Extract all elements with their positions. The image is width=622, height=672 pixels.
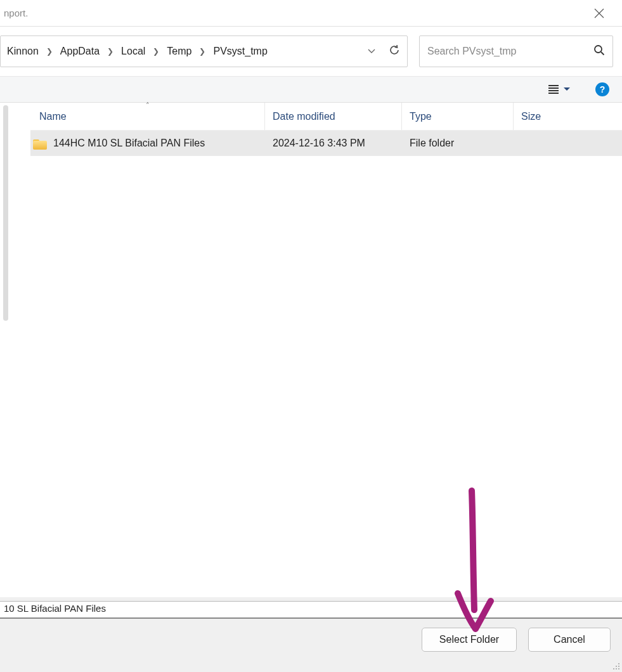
- address-history-dropdown[interactable]: [363, 47, 380, 56]
- title-text-fragment: nport.: [4, 8, 28, 18]
- column-header-type[interactable]: Type: [402, 103, 514, 130]
- chevron-right-icon[interactable]: ❯: [103, 47, 117, 56]
- button-label: Cancel: [554, 634, 585, 645]
- chevron-right-icon[interactable]: ❯: [42, 47, 56, 56]
- refresh-button[interactable]: [380, 44, 402, 60]
- column-label: Type: [410, 111, 432, 122]
- scrollbar-track[interactable]: [3, 105, 8, 321]
- address-row: Kinnon ❯ AppData ❯ Local ❯ Temp ❯ PVsyst…: [0, 27, 622, 76]
- column-label: Name: [39, 111, 67, 122]
- column-header-date[interactable]: Date modified: [265, 103, 402, 130]
- breadcrumb-item[interactable]: PVsyst_tmp: [212, 43, 268, 60]
- chevron-down-icon: [564, 87, 570, 91]
- column-headers: ˄ Name Date modified Type Size: [30, 103, 622, 131]
- breadcrumb-item[interactable]: AppData: [59, 43, 101, 60]
- cell-type: File folder: [402, 138, 514, 149]
- resize-grip[interactable]: [612, 662, 621, 671]
- close-button[interactable]: [586, 1, 612, 26]
- address-bar[interactable]: Kinnon ❯ AppData ❯ Local ❯ Temp ❯ PVsyst…: [0, 36, 408, 67]
- titlebar: nport.: [0, 0, 622, 27]
- toolbar: ?: [0, 76, 622, 103]
- search-box[interactable]: [419, 36, 613, 67]
- breadcrumb: Kinnon ❯ AppData ❯ Local ❯ Temp ❯ PVsyst…: [6, 43, 363, 60]
- column-label: Date modified: [273, 111, 335, 122]
- button-label: Select Folder: [439, 634, 499, 645]
- chevron-down-icon: [368, 49, 375, 54]
- search-icon[interactable]: [593, 44, 605, 58]
- folder-name-input[interactable]: 10 SL Bifacial PAN Files: [0, 601, 622, 619]
- sort-ascending-icon: ˄: [146, 101, 150, 110]
- column-header-size[interactable]: Size: [514, 103, 590, 130]
- folder-name-value: 10 SL Bifacial PAN Files: [4, 603, 106, 614]
- refresh-icon: [388, 44, 401, 56]
- help-button[interactable]: ?: [595, 82, 609, 96]
- view-options-button[interactable]: [543, 82, 574, 97]
- search-input[interactable]: [427, 46, 593, 57]
- table-row[interactable]: 144HC M10 SL Bifacial PAN Files 2024-12-…: [30, 131, 622, 156]
- file-name: 144HC M10 SL Bifacial PAN Files: [53, 138, 205, 149]
- column-label: Size: [521, 111, 541, 122]
- file-list: ˄ Name Date modified Type Size 144HC M10…: [11, 103, 622, 597]
- nav-scrollbar[interactable]: [0, 103, 11, 597]
- cancel-button[interactable]: Cancel: [528, 628, 611, 652]
- chevron-right-icon[interactable]: ❯: [195, 47, 209, 56]
- file-list-area: ˄ Name Date modified Type Size 144HC M10…: [0, 103, 622, 597]
- help-icon: ?: [600, 84, 606, 94]
- cell-name: 144HC M10 SL Bifacial PAN Files: [30, 138, 265, 149]
- folder-name-area: 10 SL Bifacial PAN Files: [0, 597, 622, 619]
- svg-point-0: [595, 46, 602, 53]
- folder-icon: [33, 138, 47, 149]
- dialog-buttons: Select Folder Cancel: [0, 619, 622, 663]
- svg-line-1: [601, 52, 604, 55]
- breadcrumb-item[interactable]: Kinnon: [6, 43, 40, 60]
- breadcrumb-item[interactable]: Local: [120, 43, 146, 60]
- close-icon: [594, 8, 604, 18]
- cell-date: 2024-12-16 3:43 PM: [265, 138, 402, 149]
- list-icon: [547, 84, 560, 94]
- chevron-right-icon[interactable]: ❯: [149, 47, 163, 56]
- select-folder-button[interactable]: Select Folder: [422, 628, 517, 652]
- column-header-name[interactable]: ˄ Name: [30, 103, 265, 130]
- breadcrumb-item[interactable]: Temp: [165, 43, 193, 60]
